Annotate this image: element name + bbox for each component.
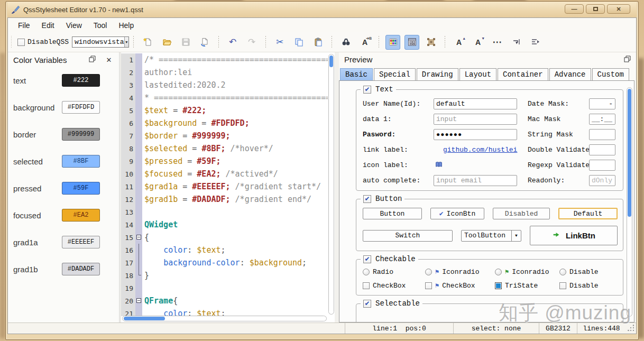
new-file-icon[interactable]	[140, 35, 155, 50]
checkbox[interactable]	[559, 282, 566, 289]
tab-special[interactable]: Special	[374, 68, 416, 80]
color-swatch-button[interactable]: #222	[62, 74, 100, 87]
font-increase-icon[interactable]: A▲	[452, 35, 466, 50]
code-line[interactable]: 5$text = #222;	[121, 104, 328, 117]
color-swatch-button[interactable]: #EA2	[62, 209, 100, 222]
mask-input[interactable]	[589, 144, 615, 155]
mask-input[interactable]: __:__	[589, 114, 615, 125]
code-line[interactable]: 6$background = #FDFDFD;	[121, 117, 328, 130]
wrap-icon[interactable]	[509, 35, 523, 50]
fold-collapse-icon[interactable]	[136, 235, 141, 239]
disabled-button[interactable]: Disabled	[493, 208, 550, 219]
code-line[interactable]: 12$grad1b = #DADADF; /*gradient end*/	[121, 193, 328, 206]
color-swatch-button[interactable]: #DADADF	[62, 263, 100, 275]
radio-button[interactable]	[425, 269, 432, 275]
save-icon[interactable]	[178, 35, 193, 50]
paste-icon[interactable]	[310, 35, 325, 50]
selectable-group-checkbox[interactable]: ✔	[363, 300, 371, 308]
iconbtn-button[interactable]: ✔IconBtn	[430, 208, 484, 219]
chevron-down-icon[interactable]: ▼	[511, 231, 521, 241]
color-swatch-button[interactable]: #8BF	[62, 155, 100, 168]
editor-horizontal-scrollbar[interactable]	[122, 316, 327, 321]
checkbox-checkbox[interactable]: CheckBox	[363, 282, 425, 290]
fold-collapse-icon[interactable]	[136, 298, 141, 303]
mask-input[interactable]	[589, 129, 615, 140]
link-label[interactable]: github.com/hustlei	[434, 146, 517, 154]
disable-qss-checkbox[interactable]	[17, 39, 25, 46]
color-swatch-button[interactable]: #999999	[62, 128, 100, 141]
code-editor[interactable]: 1/* ====================================…	[121, 52, 335, 322]
code-line[interactable]: 2author:lei	[121, 66, 328, 79]
text-input[interactable]: default	[434, 98, 517, 109]
code-line[interactable]: 14QWidget	[121, 218, 328, 231]
preview-panel-icon[interactable]	[404, 35, 419, 50]
code-line[interactable]: 3lastedited:2020.2	[121, 79, 328, 91]
save-as-icon[interactable]	[197, 35, 212, 50]
open-file-icon[interactable]	[159, 35, 174, 50]
code-line[interactable]: 11$grad1a = #EEEEEF; /*gradient start*/	[121, 180, 328, 193]
minimize-button[interactable]: —	[565, 4, 584, 14]
code-line[interactable]: 17 background-color: $background;	[121, 256, 328, 269]
tab-drawing[interactable]: Drawing	[417, 68, 458, 80]
radio-button[interactable]	[495, 269, 502, 275]
linkbtn-button[interactable]: LinkBtn	[530, 226, 618, 245]
menu-file[interactable]: File	[12, 18, 36, 32]
close-panel-icon[interactable]: ✕	[104, 56, 114, 64]
password-input[interactable]: ●●●●●●	[434, 129, 517, 140]
code-line[interactable]: 21 color: $text;	[121, 307, 328, 316]
float-panel-icon[interactable]	[624, 56, 631, 64]
copy-icon[interactable]	[291, 35, 306, 50]
fold-margin[interactable]	[135, 231, 142, 244]
find-icon[interactable]	[338, 35, 353, 50]
color-swatch-button[interactable]: #EEEEEF	[62, 236, 100, 248]
tab-layout[interactable]: Layout	[459, 68, 496, 80]
code-line[interactable]: 4* =====================================…	[121, 91, 328, 104]
color-variables-icon[interactable]	[385, 35, 400, 50]
switch-button[interactable]: Switch	[363, 230, 453, 242]
preview-vertical-scrollbar[interactable]	[627, 87, 632, 317]
code-line[interactable]: 16 color: $text;	[121, 244, 328, 256]
menu-tool[interactable]: Tool	[88, 18, 113, 32]
tab-advance[interactable]: Advance	[549, 68, 591, 80]
code-line[interactable]: 20QFrame{	[121, 294, 328, 307]
radio-button[interactable]	[559, 269, 566, 275]
code-line[interactable]: 19	[121, 282, 328, 294]
title-bar[interactable]: QssStylesheet Editor v1.70 - new1.qsst —…	[7, 2, 637, 17]
radio-iconradio[interactable]: ⚑Iconradio	[495, 268, 559, 276]
scrollbar-thumb[interactable]	[628, 89, 631, 217]
cut-icon[interactable]: ✂	[272, 35, 287, 50]
text-input[interactable]: input	[434, 114, 517, 125]
texture-icon[interactable]	[424, 35, 438, 50]
mask-input[interactable]: -	[589, 98, 615, 109]
color-swatch-button[interactable]: #59F	[62, 182, 100, 195]
radio-radio[interactable]: Radio	[363, 268, 425, 276]
chevron-down-icon[interactable]: ▼	[124, 37, 128, 47]
float-panel-icon[interactable]	[87, 56, 97, 64]
splitter-right[interactable]	[335, 52, 339, 322]
text-group-checkbox[interactable]: ✔	[363, 86, 371, 94]
more-icon[interactable]: ⋯	[490, 35, 504, 50]
code-line[interactable]: 7$border = #999999;	[121, 130, 328, 142]
radio-disable[interactable]: Disable	[559, 268, 618, 276]
code-line[interactable]: 10$focused = #EA2; /*actived*/	[121, 168, 328, 180]
button-group-checkbox[interactable]: ✔	[363, 195, 371, 203]
checkbox-disable[interactable]: Disable	[559, 282, 618, 290]
menu-edit[interactable]: Edit	[36, 18, 60, 32]
tab-container[interactable]: Container	[498, 68, 548, 80]
editor-vertical-scrollbar[interactable]	[328, 54, 334, 315]
toolbar-drag-handle[interactable]	[11, 36, 14, 49]
menu-view[interactable]: View	[60, 18, 88, 32]
text-input[interactable]: input email	[434, 175, 517, 186]
code-line[interactable]: 8$selected = #8BF; /*hover*/	[121, 142, 328, 155]
checkbox[interactable]	[425, 282, 432, 289]
checkbox[interactable]	[363, 282, 370, 289]
restore-button[interactable]	[586, 4, 605, 14]
redo-icon[interactable]: ↷	[244, 35, 259, 50]
code-line[interactable]: 1/* ====================================…	[121, 53, 328, 66]
code-line[interactable]: 9$pressed = #59F;	[121, 155, 328, 168]
fold-margin[interactable]	[135, 294, 142, 307]
checkbox[interactable]	[495, 282, 502, 289]
checkable-group-checkbox[interactable]: ✔	[363, 255, 371, 263]
button-button[interactable]: Button	[363, 208, 422, 219]
code-line[interactable]: 15{	[121, 231, 328, 244]
